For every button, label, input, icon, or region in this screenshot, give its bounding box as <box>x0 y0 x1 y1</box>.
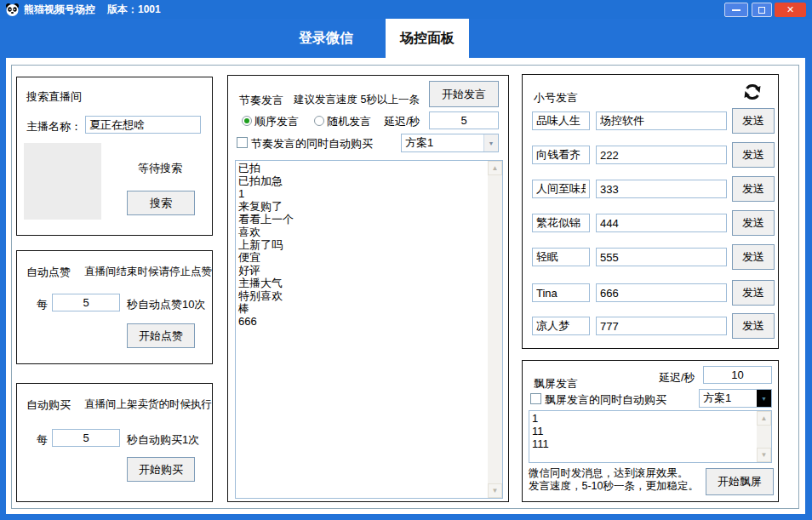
auto-buy-hint: 直播间上架卖货的时候执行 <box>84 397 212 412</box>
panda-logo-icon <box>5 3 20 17</box>
search-group-title: 搜索直播间 <box>26 89 82 105</box>
alt-name-input[interactable] <box>532 248 590 266</box>
refresh-icon[interactable] <box>742 82 763 102</box>
alt-name-input[interactable] <box>532 283 590 302</box>
alt-name-input[interactable] <box>532 146 590 164</box>
send-button[interactable]: 发送 <box>732 108 775 134</box>
radio-random-label: 随机发言 <box>327 114 371 129</box>
anchor-name-label: 主播名称： <box>26 119 82 134</box>
search-button[interactable]: 搜索 <box>127 191 195 215</box>
close-icon: ✕ <box>786 4 794 15</box>
rhythm-autobuy-label: 节奏发言的同时自动购买 <box>251 136 373 151</box>
search-status-text: 等待搜索 <box>138 161 182 176</box>
alt-message-input[interactable] <box>596 214 727 232</box>
tab-control-panel[interactable]: 场控面板 <box>386 19 469 58</box>
radio-sequential-speak[interactable] <box>242 116 252 126</box>
alt-name-input[interactable] <box>532 317 590 335</box>
group-search-liveroom: 搜索直播间 主播名称： 等待搜索 搜索 <box>16 77 213 236</box>
rhythm-scrollbar[interactable]: ▲ ▼ <box>488 161 502 498</box>
rhythm-autobuy-checkbox[interactable] <box>237 137 248 148</box>
alt-message-input[interactable] <box>596 146 727 164</box>
group-rhythm-speak: 节奏发言 建议发言速度 5秒以上一条 开始发言 顺序发言 随机发言 延迟/秒 节… <box>227 75 509 502</box>
alt-name-input[interactable] <box>532 111 590 130</box>
float-scrollbar[interactable]: ▲ ▼ <box>757 411 771 462</box>
tab-panel-label: 场控面板 <box>400 30 455 48</box>
rhythm-messages-textarea[interactable]: 已拍 已拍加急 1 来复购了 看看上一个 喜欢 上新了吗 便宜 好评 主播大气 … <box>236 161 488 498</box>
rhythm-plan-value: 方案1 <box>402 135 483 151</box>
live-room-thumbnail <box>24 143 101 220</box>
maximize-button[interactable] <box>752 3 772 17</box>
float-title: 飘屏发言 <box>534 376 578 391</box>
float-messages-textarea[interactable]: 1 11 111 <box>529 411 757 462</box>
auto-buy-every-label: 每 <box>37 432 48 448</box>
minimize-icon <box>732 9 741 11</box>
alt-message-input[interactable] <box>596 111 727 130</box>
alt-message-input[interactable] <box>596 248 727 266</box>
alt-message-input[interactable] <box>596 283 727 302</box>
chevron-down-icon[interactable]: ▼ <box>483 134 498 151</box>
rhythm-delay-input[interactable] <box>429 111 499 129</box>
anchor-name-input[interactable] <box>85 116 201 134</box>
rhythm-title: 节奏发言 <box>239 93 283 108</box>
start-buy-button[interactable]: 开始购买 <box>127 457 195 482</box>
float-plan-value: 方案1 <box>700 391 757 406</box>
auto-like-title: 自动点赞 <box>26 265 71 280</box>
chevron-down-icon[interactable]: ▼ <box>757 390 771 407</box>
close-button[interactable]: ✕ <box>775 3 806 17</box>
window-version: 版本：1001 <box>107 3 161 17</box>
maximize-icon <box>758 7 765 14</box>
tab-login-label: 登录微信 <box>299 30 353 48</box>
float-autobuy-label: 飘屏发言的同时自动购买 <box>545 392 666 408</box>
send-button[interactable]: 发送 <box>732 176 775 202</box>
send-button[interactable]: 发送 <box>732 313 775 339</box>
float-delay-label: 延迟/秒 <box>659 370 695 386</box>
group-float-screen: 飘屏发言 延迟/秒 飘屏发言的同时自动购买 方案1 ▼ 1 11 111 ▲ ▼… <box>522 360 779 502</box>
float-autobuy-checkbox[interactable] <box>530 393 541 404</box>
alt-message-input[interactable] <box>596 180 727 198</box>
rhythm-delay-label: 延迟/秒 <box>384 114 420 129</box>
auto-like-interval-input[interactable] <box>52 294 120 311</box>
scroll-up-icon[interactable]: ▲ <box>757 411 771 426</box>
app-window: 熊猫视频号场控 版本：1001 ✕ 登录微信 场控面板 到期时间:2023-05… <box>0 0 812 520</box>
send-button[interactable]: 发送 <box>732 142 775 168</box>
send-button[interactable]: 发送 <box>732 244 775 270</box>
float-delay-input[interactable] <box>703 366 772 384</box>
send-button[interactable]: 发送 <box>732 280 775 306</box>
rhythm-message-box: 已拍 已拍加急 1 来复购了 看看上一个 喜欢 上新了吗 便宜 好评 主播大气 … <box>235 160 503 499</box>
auto-like-suffix: 秒自动点赞10次 <box>127 297 205 312</box>
group-alt-accounts: 小号发言 发送 发送 发送 发送 发送 发送 发送 <box>522 74 779 349</box>
group-auto-buy: 自动购买 直播间上架卖货的时候执行 每 秒自动购买1次 开始购买 <box>16 383 213 502</box>
rhythm-hint: 建议发言速度 5秒以上一条 <box>294 93 420 107</box>
start-float-button[interactable]: 开始飘屏 <box>706 468 774 495</box>
alt-name-input[interactable] <box>532 180 590 198</box>
float-note-line2: 发言速度，5-10秒一条，更加稳定。 <box>529 479 699 494</box>
auto-buy-interval-input[interactable] <box>52 429 120 447</box>
tab-band: 登录微信 场控面板 到期时间:2023-05-09 19:13:25 <box>0 19 812 58</box>
radio-random-speak[interactable] <box>314 116 324 126</box>
alt-message-input[interactable] <box>596 317 727 335</box>
float-message-box: 1 11 111 ▲ ▼ <box>529 410 772 463</box>
start-like-button[interactable]: 开始点赞 <box>127 323 195 348</box>
send-button[interactable]: 发送 <box>732 210 775 236</box>
alt-name-input[interactable] <box>532 214 590 232</box>
float-plan-combobox[interactable]: 方案1 ▼ <box>699 389 772 408</box>
scroll-down-icon[interactable]: ▼ <box>488 483 502 498</box>
group-auto-like: 自动点赞 直播间结束时候请停止点赞 每 秒自动点赞10次 开始点赞 <box>16 250 213 364</box>
title-bar: 熊猫视频号场控 版本：1001 ✕ <box>0 0 812 19</box>
tab-login-wechat[interactable]: 登录微信 <box>275 19 377 58</box>
start-speak-button[interactable]: 开始发言 <box>429 81 499 107</box>
auto-buy-title: 自动购买 <box>26 397 71 413</box>
minimize-button[interactable] <box>724 3 748 17</box>
auto-buy-suffix: 秒自动购买1次 <box>127 432 199 448</box>
rhythm-plan-combobox[interactable]: 方案1 ▼ <box>401 134 499 152</box>
window-title: 熊猫视频号场控 <box>24 3 95 17</box>
scroll-up-icon[interactable]: ▲ <box>488 161 502 175</box>
auto-like-hint: 直播间结束时候请停止点赞 <box>84 265 212 279</box>
scroll-down-icon[interactable]: ▼ <box>757 448 771 462</box>
alt-accounts-title: 小号发言 <box>534 90 578 106</box>
auto-like-every-label: 每 <box>37 297 48 312</box>
radio-sequential-label: 顺序发言 <box>254 114 299 129</box>
